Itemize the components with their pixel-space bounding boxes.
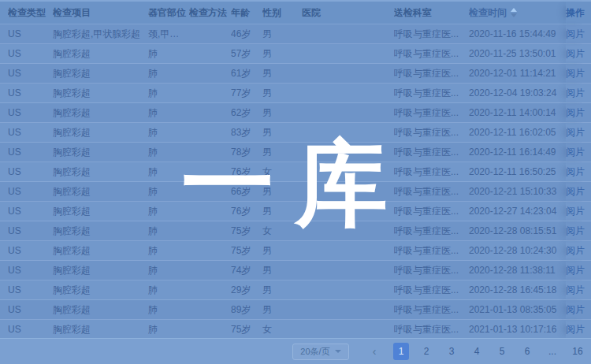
sort-caret-icon[interactable] (511, 8, 517, 17)
chevron-down-icon (335, 350, 341, 353)
cell-exam-type: US (8, 147, 53, 158)
cell-exam-item: 胸腔彩超 (53, 87, 148, 100)
page-button[interactable]: 3 (444, 343, 459, 360)
col-header-exam-time[interactable]: 检查时间 (469, 6, 566, 20)
table-row: US 胸腔彩超 肺 76岁 女 呼吸与重症医... 2020-12-11 16:… (0, 162, 591, 182)
cell-department: 呼吸与重症医... (394, 284, 469, 297)
read-film-link[interactable]: 阅片 (566, 84, 589, 102)
cell-gender: 男 (262, 47, 302, 61)
prev-page-button[interactable]: ‹ (366, 343, 382, 360)
cell-organ: 肺 (148, 146, 189, 159)
cell-organ: 肺 (148, 244, 189, 258)
read-film-link[interactable]: 阅片 (566, 280, 589, 299)
cell-age: 78岁 (231, 146, 262, 159)
cell-department: 呼吸与重症医... (394, 87, 469, 100)
cell-department: 呼吸与重症医... (394, 106, 469, 120)
cell-age: 62岁 (231, 106, 262, 120)
cell-exam-type: US (8, 225, 53, 236)
cell-department: 呼吸与重症医... (394, 225, 469, 238)
read-film-link[interactable]: 阅片 (566, 24, 589, 43)
cell-exam-type: US (8, 284, 53, 295)
table-row: US 胸腔彩超 肺 77岁 男 呼吸与重症医... 2020-12-04 19:… (0, 84, 591, 103)
cell-exam-type: US (8, 206, 53, 217)
page-size-label: 20条/页 (300, 346, 329, 358)
cell-exam-item: 胸腔彩超 (53, 185, 148, 199)
read-film-link[interactable]: 阅片 (566, 202, 589, 221)
read-film-link[interactable]: 阅片 (566, 182, 589, 201)
cell-exam-item: 胸腔彩超 (53, 225, 148, 238)
cell-department: 呼吸与重症医... (394, 165, 469, 179)
cell-exam-item: 胸腔彩超 (53, 67, 148, 80)
cell-exam-time: 2020-12-04 19:03:24 (469, 87, 566, 98)
table-body: US 胸腔彩超,甲状腺彩超 颈,甲状... 46岁 男 呼吸与重症医... 20… (0, 24, 591, 340)
cell-exam-item: 胸腔彩超 (53, 47, 148, 61)
cell-age: 75岁 (231, 323, 262, 336)
page-size-select[interactable]: 20条/页 (292, 344, 349, 360)
cell-exam-item: 胸腔彩超 (53, 264, 148, 277)
cell-gender: 女 (262, 225, 302, 238)
read-film-link[interactable]: 阅片 (566, 261, 589, 280)
cell-age: 89岁 (231, 303, 262, 317)
cell-gender: 男 (262, 146, 302, 159)
page-button[interactable]: ... (545, 343, 560, 360)
table-row: US 胸腔彩超 肺 29岁 男 呼吸与重症医... 2020-12-28 16:… (0, 280, 591, 300)
cell-exam-time: 2020-11-16 15:44:49 (469, 28, 566, 39)
cell-exam-type: US (8, 166, 53, 177)
col-header-age: 年龄 (231, 6, 262, 20)
cell-organ: 肺 (148, 205, 189, 218)
read-film-link[interactable]: 阅片 (566, 64, 589, 83)
cell-organ: 肺 (148, 323, 189, 336)
cell-exam-time: 2020-12-11 16:50:25 (469, 166, 566, 177)
cell-gender: 男 (262, 244, 302, 258)
read-film-link[interactable]: 阅片 (566, 300, 589, 319)
page-button[interactable]: 6 (519, 343, 535, 360)
cell-department: 呼吸与重症医... (394, 244, 469, 258)
read-film-link[interactable]: 阅片 (566, 221, 589, 240)
page-button[interactable]: 2 (418, 343, 434, 360)
cell-exam-time: 2020-12-28 08:15:51 (469, 225, 566, 236)
cell-gender: 男 (262, 264, 302, 277)
read-film-link[interactable]: 阅片 (566, 103, 589, 122)
cell-age: 29岁 (231, 284, 262, 297)
cell-department: 呼吸与重症医... (394, 303, 469, 317)
cell-organ: 肺 (148, 185, 189, 199)
cell-exam-time: 2020-12-11 16:02:05 (469, 127, 566, 138)
cell-age: 75岁 (231, 244, 262, 258)
cell-exam-type: US (8, 186, 53, 197)
cell-department: 呼吸与重症医... (394, 28, 469, 41)
read-film-link[interactable]: 阅片 (566, 44, 589, 63)
cell-gender: 男 (262, 205, 302, 218)
table-row: US 胸腔彩超 肺 61岁 男 呼吸与重症医... 2020-12-01 11:… (0, 64, 591, 84)
cell-department: 呼吸与重症医... (394, 205, 469, 218)
table-row: US 胸腔彩超,甲状腺彩超 颈,甲状... 46岁 男 呼吸与重症医... 20… (0, 24, 591, 44)
read-film-link[interactable]: 阅片 (566, 162, 589, 181)
cell-exam-time: 2020-11-25 13:50:01 (469, 48, 566, 59)
table-row: US 胸腔彩超 肺 66岁 男 呼吸与重症医... 2020-12-21 15:… (0, 182, 591, 202)
cell-department: 呼吸与重症医... (394, 47, 469, 61)
cell-organ: 肺 (148, 165, 189, 179)
read-film-link[interactable]: 阅片 (566, 241, 589, 260)
cell-exam-time: 2020-12-28 16:45:18 (469, 284, 566, 295)
cell-exam-type: US (8, 87, 53, 98)
col-header-hospital: 医院 (302, 6, 394, 20)
cell-exam-item: 胸腔彩超 (53, 205, 148, 218)
read-film-link[interactable]: 阅片 (566, 320, 589, 339)
cell-exam-item: 胸腔彩超 (53, 284, 148, 297)
cell-organ: 肺 (148, 284, 189, 297)
read-film-link[interactable]: 阅片 (566, 123, 589, 142)
read-film-link[interactable]: 阅片 (566, 143, 589, 162)
cell-exam-type: US (8, 304, 53, 315)
table-row: US 胸腔彩超 肺 78岁 男 呼吸与重症医... 2020-12-11 16:… (0, 143, 591, 162)
cell-gender: 男 (262, 106, 302, 120)
cell-exam-item: 胸腔彩超 (53, 303, 148, 317)
col-header-exam-item: 检查项目 (53, 6, 148, 20)
cell-department: 呼吸与重症医... (394, 185, 469, 199)
page-button[interactable]: 5 (494, 343, 510, 360)
pagination-bar: 20条/页 ‹ 1 2 3 4 5 6 ... 16 (0, 338, 591, 364)
table-row: US 胸腔彩超 肺 76岁 男 呼吸与重症医... 2020-12-27 14:… (0, 202, 591, 221)
page-button[interactable]: 4 (469, 343, 485, 360)
page-button[interactable]: 16 (570, 343, 585, 360)
cell-organ: 肺 (148, 67, 189, 80)
exam-list-screen: 检查类型 检查项目 器官部位 检查方法 年龄 性别 医院 送检科室 检查时间 操… (0, 0, 591, 364)
page-button[interactable]: 1 (393, 343, 409, 360)
